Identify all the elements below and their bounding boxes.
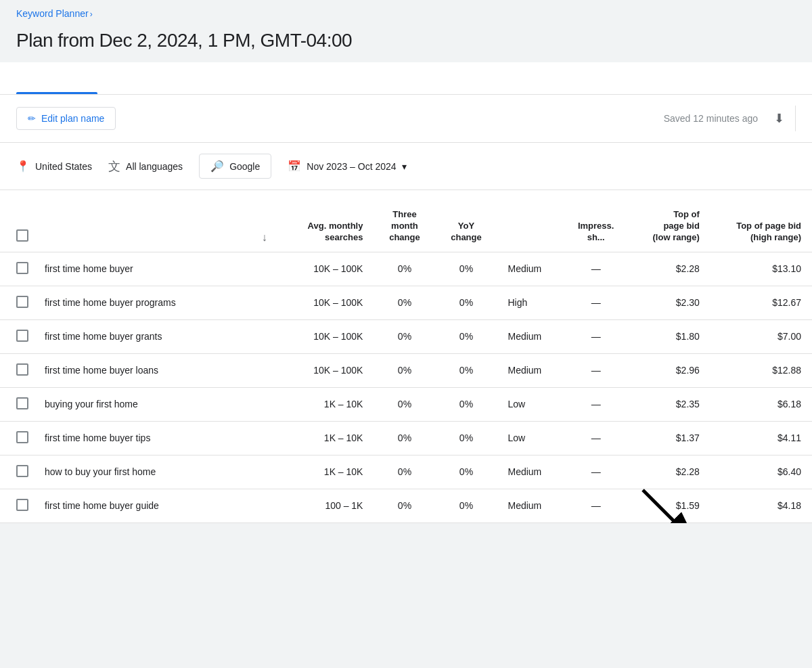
cell-impression-share: — (562, 455, 630, 489)
cell-competition: Medium (497, 455, 562, 489)
cell-competition: High (497, 286, 562, 319)
row-checkbox-cell[interactable] (0, 286, 34, 319)
cell-yoy: 0% (435, 286, 497, 319)
cell-top-bid-low: $1.59 (630, 489, 710, 522)
cell-impression-share: — (562, 489, 630, 522)
table-row: first time home buyer grants 10K – 100K … (0, 319, 812, 353)
cell-top-bid-low: $1.80 (630, 319, 710, 353)
table-row: first time home buyer programs 10K – 100… (0, 286, 812, 319)
location-label: United States (35, 161, 92, 172)
cell-three-month: 0% (374, 387, 435, 421)
cell-competition: Medium (497, 489, 562, 522)
cell-sort-spacer (256, 455, 284, 489)
table-row: first time home buyer loans 10K – 100K 0… (0, 353, 812, 387)
keyword-table: ↓ Avg. monthly searches Three month chan… (0, 201, 812, 523)
cell-top-bid-low: $2.28 (630, 252, 710, 286)
page-title: Plan from Dec 2, 2024, 1 PM, GMT-04:00 (16, 30, 796, 51)
cell-top-bid-high: $4.18 (710, 489, 812, 522)
row-checkbox[interactable] (16, 262, 28, 274)
row-checkbox-cell[interactable] (0, 387, 34, 421)
cell-competition: Low (497, 421, 562, 455)
cell-avg-monthly: 100 – 1K (284, 489, 374, 522)
location-filter[interactable]: 📍 United States (16, 160, 92, 173)
cell-top-bid-low: $2.30 (630, 286, 710, 319)
filters-row: 📍 United States 文 All languages 🔎 Google… (0, 143, 812, 190)
saved-status-text: Saved 12 minutes ago (664, 113, 758, 124)
row-checkbox-cell[interactable] (0, 252, 34, 286)
header-yoy: YoY change (435, 201, 497, 252)
header-select-all[interactable] (0, 201, 34, 252)
cell-top-bid-high: $7.00 (710, 319, 812, 353)
cell-sort-spacer (256, 421, 284, 455)
pencil-icon: ✏ (28, 113, 36, 124)
row-checkbox-cell[interactable] (0, 489, 34, 522)
row-checkbox-cell[interactable] (0, 319, 34, 353)
cell-avg-monthly: 1K – 10K (284, 421, 374, 455)
cell-avg-monthly: 10K – 100K (284, 319, 374, 353)
header-three-month: Three month change (374, 201, 435, 252)
row-checkbox[interactable] (16, 499, 28, 511)
table-row: first time home buyer guide 100 – 1K 0% … (0, 489, 812, 522)
row-checkbox[interactable] (16, 296, 28, 308)
cell-yoy: 0% (435, 319, 497, 353)
cell-yoy: 0% (435, 489, 497, 522)
date-range-filter[interactable]: 📅 Nov 2023 – Oct 2024 ▾ (288, 160, 406, 173)
cell-yoy: 0% (435, 455, 497, 489)
row-checkbox-cell[interactable] (0, 353, 34, 387)
header-impression-share: Impress. sh... (562, 201, 630, 252)
row-checkbox-cell[interactable] (0, 421, 34, 455)
cell-competition: Medium (497, 319, 562, 353)
cell-top-bid-high: $12.88 (710, 353, 812, 387)
cell-top-bid-high: $6.18 (710, 387, 812, 421)
cell-avg-monthly: 10K – 100K (284, 353, 374, 387)
dropdown-arrow-icon: ▾ (402, 161, 407, 172)
edit-plan-button[interactable]: ✏ Edit plan name (16, 107, 116, 130)
cell-impression-share: — (562, 286, 630, 319)
header-avg-monthly: Avg. monthly searches (284, 201, 374, 252)
cell-three-month: 0% (374, 353, 435, 387)
cell-three-month: 0% (374, 252, 435, 286)
network-filter[interactable]: 🔎 Google (199, 154, 271, 179)
cell-yoy: 0% (435, 421, 497, 455)
cell-top-bid-high: $13.10 (710, 252, 812, 286)
cell-top-bid-low: $1.37 (630, 421, 710, 455)
cell-sort-spacer (256, 489, 284, 522)
cell-keyword: first time home buyer loans (34, 353, 256, 387)
keyword-table-container: ↓ Avg. monthly searches Three month chan… (0, 201, 812, 523)
header-top-bid-low: Top of page bid (low range) (630, 201, 710, 252)
header-top-bid-high: Top of page bid (high range) (710, 201, 812, 252)
cell-keyword: how to buy your first home (34, 455, 256, 489)
row-checkbox[interactable] (16, 431, 28, 443)
calendar-icon: 📅 (288, 160, 301, 173)
cell-avg-monthly: 1K – 10K (284, 387, 374, 421)
row-checkbox[interactable] (16, 330, 28, 342)
cell-impression-share: — (562, 319, 630, 353)
cell-impression-share: — (562, 353, 630, 387)
download-button[interactable]: ⬇ (769, 106, 796, 131)
cell-sort-spacer (256, 286, 284, 319)
cell-competition: Medium (497, 252, 562, 286)
language-filter[interactable]: 文 All languages (108, 158, 183, 175)
select-all-checkbox[interactable] (16, 229, 28, 242)
cell-three-month: 0% (374, 455, 435, 489)
row-checkbox-cell[interactable] (0, 455, 34, 489)
cell-top-bid-high: $4.11 (710, 421, 812, 455)
table-row: buying your first home 1K – 10K 0% 0% Lo… (0, 387, 812, 421)
cell-yoy: 0% (435, 353, 497, 387)
header-sort[interactable]: ↓ (256, 201, 284, 252)
row-checkbox[interactable] (16, 397, 28, 409)
cell-three-month: 0% (374, 421, 435, 455)
date-range-label: Nov 2023 – Oct 2024 (307, 161, 396, 172)
row-checkbox[interactable] (16, 363, 28, 376)
cell-avg-monthly: 1K – 10K (284, 455, 374, 489)
breadcrumb-link[interactable]: Keyword Planner (16, 8, 89, 19)
table-row: first time home buyer 10K – 100K 0% 0% M… (0, 252, 812, 286)
header-competition (497, 201, 562, 252)
row-checkbox[interactable] (16, 465, 28, 477)
location-icon: 📍 (16, 160, 30, 173)
cell-top-bid-high: $12.67 (710, 286, 812, 319)
cell-keyword: first time home buyer programs (34, 286, 256, 319)
cell-three-month: 0% (374, 319, 435, 353)
header-keyword (34, 201, 256, 252)
edit-plan-label: Edit plan name (41, 113, 104, 124)
